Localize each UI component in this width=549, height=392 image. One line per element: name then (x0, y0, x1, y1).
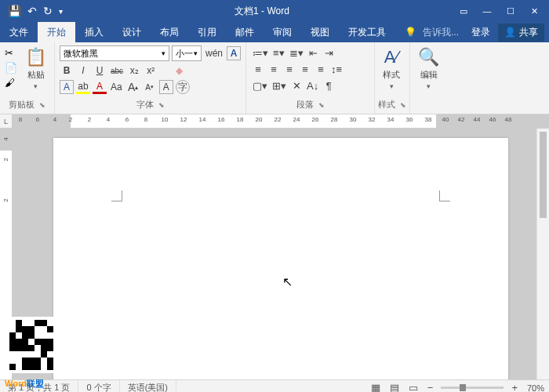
char-border-icon[interactable]: A (227, 46, 241, 60)
ribbon-options-icon[interactable]: ▭ (453, 3, 474, 19)
chevron-down-icon: ▾ (427, 82, 431, 90)
align-justify-icon[interactable]: ≡ (298, 62, 312, 76)
font-size-select[interactable]: 小一▾ (172, 45, 202, 61)
dialog-launcher-icon[interactable]: ⬊ (158, 101, 165, 109)
enclose-char-icon[interactable]: A (159, 80, 173, 94)
zoom-in-button[interactable]: + (507, 382, 522, 392)
group-label: 样式 (378, 99, 395, 111)
tab-review[interactable]: 审阅 (264, 22, 301, 42)
page-viewport[interactable] (13, 129, 549, 379)
tab-devtools[interactable]: 开发工具 (339, 22, 395, 42)
format-painter-icon[interactable]: 🖌 (5, 77, 17, 89)
ruler-horizontal-row: L 86422468101214161820222426283032343638… (0, 114, 549, 129)
superscript-button[interactable]: x² (144, 64, 158, 78)
group-label: 段落 (296, 99, 314, 111)
ribbon: ✂ 📄 🖌 📋 粘贴 ▾ 剪贴板⬊ 微软雅黑▾ 小一▾ wén A (0, 42, 549, 114)
share-button[interactable]: 👤共享 (498, 24, 544, 42)
subscript-button[interactable]: x₂ (127, 64, 141, 78)
sort-icon[interactable]: A↓ (305, 78, 320, 93)
decrease-indent-icon[interactable]: ⇤ (307, 45, 321, 60)
bold-button[interactable]: B (60, 64, 74, 78)
view-read-icon[interactable]: ▤ (385, 382, 404, 392)
copy-icon[interactable]: 📄 (5, 62, 17, 74)
cut-icon[interactable]: ✂ (5, 47, 17, 59)
dialog-launcher-icon[interactable]: ⬊ (400, 101, 406, 109)
tab-insert[interactable]: 插入 (75, 22, 113, 42)
zoom-slider-thumb[interactable] (460, 384, 466, 391)
tab-mail[interactable]: 邮件 (226, 22, 264, 42)
paste-icon: 📋 (25, 47, 46, 67)
tab-file[interactable]: 文件 (0, 22, 38, 42)
change-case-button[interactable]: Aa (109, 80, 124, 94)
group-font: 微软雅黑▾ 小一▾ wén A B I U abc x₂ x² ◆ A (55, 42, 246, 114)
zoom-level[interactable]: 70% (522, 383, 549, 393)
zoom-slider[interactable] (441, 387, 504, 389)
status-language[interactable]: 英语(美国) (120, 380, 176, 392)
qat-more-icon[interactable]: ▾ (59, 7, 63, 16)
scrollbar-thumb[interactable] (540, 132, 547, 218)
tab-selector[interactable]: L (0, 114, 13, 129)
undo-icon[interactable]: ↶ (27, 5, 37, 17)
group-paragraph: ≔▾ ≡▾ ≣▾ ⇤ ⇥ ≡ ≡ ≡ ≡ ≡ ↕≡ ▢▾ ⊞▾ ✕ (246, 42, 375, 114)
save-icon[interactable]: 💾 (8, 5, 21, 17)
dialog-launcher-icon[interactable]: ⬊ (39, 101, 45, 109)
maximize-icon[interactable]: ☐ (500, 3, 521, 19)
bullets-icon[interactable]: ≔▾ (251, 45, 270, 60)
tab-home[interactable]: 开始 (38, 22, 75, 42)
increase-indent-icon[interactable]: ⇥ (322, 45, 336, 60)
find-icon: 🔍 (418, 47, 439, 67)
group-styles: A⁄ 样式 ▾ 样式⬊ (375, 42, 410, 114)
align-distribute-icon[interactable]: ≡ (314, 62, 328, 76)
align-left-icon[interactable]: ≡ (251, 62, 265, 76)
tab-references[interactable]: 引用 (188, 22, 226, 42)
char-shading-icon[interactable]: A (60, 80, 74, 94)
dialog-launcher-icon[interactable]: ⬊ (318, 101, 325, 109)
login-link[interactable]: 登录 (465, 26, 496, 39)
zoom-out-button[interactable]: − (423, 382, 438, 392)
tell-me[interactable]: 告诉我... (418, 26, 464, 39)
highlight-icon[interactable]: ab (76, 80, 90, 94)
status-bar: 第 1 页，共 1 页 0 个字 英语(美国) ▦ ▤ ▭ − + 70% (0, 379, 549, 392)
minimize-icon[interactable]: — (477, 3, 497, 19)
shading-icon[interactable]: ▢▾ (251, 78, 269, 93)
show-marks-icon[interactable]: ¶ (322, 78, 336, 93)
quick-access-toolbar: 💾 ↶ ↻ ▾ (0, 5, 71, 17)
align-center-icon[interactable]: ≡ (267, 62, 281, 76)
close-icon[interactable]: ✕ (524, 3, 544, 19)
align-right-icon[interactable]: ≡ (282, 62, 296, 76)
underline-button[interactable]: U (93, 64, 107, 78)
paste-button[interactable]: 📋 粘贴 ▾ (20, 44, 51, 93)
vertical-scrollbar[interactable] (536, 129, 549, 379)
numbering-icon[interactable]: ≡▾ (271, 45, 286, 60)
tab-layout[interactable]: 布局 (151, 22, 188, 42)
margin-mark-tl (111, 191, 122, 201)
view-print-icon[interactable]: ▦ (366, 382, 385, 392)
snap-grid-icon[interactable]: ✕ (289, 78, 304, 93)
shrink-font-button[interactable]: A▾ (143, 80, 157, 94)
tab-design[interactable]: 设计 (113, 22, 151, 42)
ruler-horizontal[interactable]: 8642246810121416182022242628303234363840… (13, 114, 549, 129)
chevron-down-icon: ▾ (390, 82, 394, 90)
char-circle-icon[interactable]: 字 (176, 80, 190, 94)
document-area: 4 2 2 (0, 129, 549, 379)
font-name-select[interactable]: 微软雅黑▾ (60, 45, 169, 61)
ribbon-tabs: 文件 开始 插入 设计 布局 引用 邮件 审阅 视图 开发工具 💡 告诉我...… (0, 22, 549, 42)
redo-icon[interactable]: ↻ (43, 5, 53, 17)
clear-format-icon[interactable]: ◆ (172, 64, 186, 78)
multilevel-icon[interactable]: ≣▾ (288, 45, 305, 60)
styles-button[interactable]: A⁄ 样式 ▾ (378, 44, 405, 93)
status-words[interactable]: 0 个字 (78, 380, 119, 392)
styles-icon: A⁄ (384, 47, 398, 67)
grow-font-button[interactable]: A▴ (126, 80, 140, 94)
page[interactable] (53, 138, 508, 379)
borders-icon[interactable]: ⊞▾ (271, 78, 288, 93)
strike-button[interactable]: abc (109, 64, 125, 78)
line-spacing-icon[interactable]: ↕≡ (329, 62, 344, 76)
group-label: 字体 (136, 99, 154, 111)
find-button[interactable]: 🔍 编辑 ▾ (413, 44, 444, 93)
italic-button[interactable]: I (76, 64, 90, 78)
view-web-icon[interactable]: ▭ (404, 382, 423, 392)
tab-view[interactable]: 视图 (301, 22, 339, 42)
phonetic-guide-icon[interactable]: wén (204, 46, 224, 60)
font-color-icon[interactable]: A (93, 80, 107, 94)
